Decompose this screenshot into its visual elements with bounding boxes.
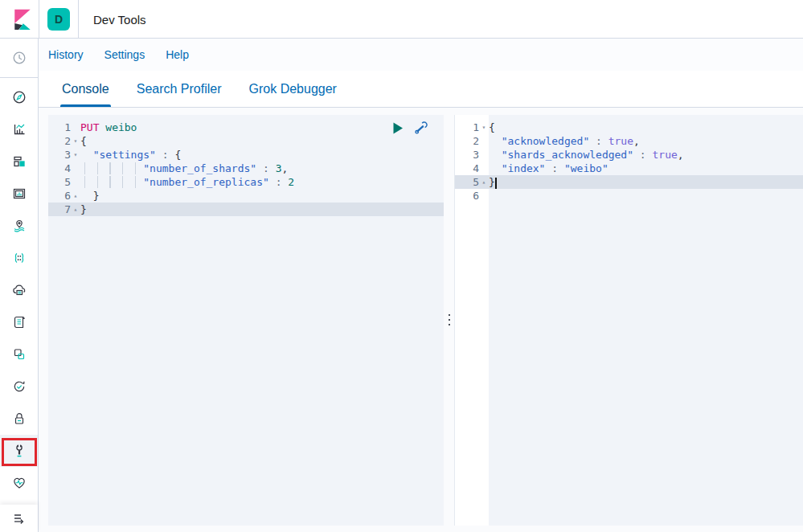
sidebar-item-dev-tools[interactable] bbox=[0, 435, 38, 467]
send-request-play-button[interactable] bbox=[391, 121, 405, 135]
fold-toggle-icon[interactable]: ▾ bbox=[71, 148, 80, 162]
text-cursor bbox=[495, 178, 497, 189]
line-number: 2 bbox=[455, 134, 479, 148]
code-line[interactable]: 6 bbox=[455, 189, 803, 203]
code-text: "number_of_replicas" : 2 bbox=[80, 175, 444, 189]
fold-toggle-icon[interactable]: ▴ bbox=[479, 175, 489, 189]
heartbeat-icon bbox=[12, 476, 27, 490]
line-number: 5 bbox=[455, 175, 479, 189]
menu-item-history[interactable]: History bbox=[48, 48, 84, 61]
sidebar-item-recent[interactable] bbox=[0, 42, 38, 74]
lock-icon bbox=[12, 411, 27, 426]
line-number: 1 bbox=[455, 121, 479, 134]
fold-toggle-icon[interactable]: ▾ bbox=[479, 121, 489, 134]
sidebar-item-apm[interactable] bbox=[0, 338, 38, 370]
kibana-logo[interactable] bbox=[12, 7, 33, 31]
code-line[interactable]: 1PUT weibo bbox=[48, 121, 444, 134]
console-menu-bar: History Settings Help bbox=[39, 39, 803, 71]
code-line[interactable]: 3 "shards_acknowledged" : true, bbox=[455, 148, 803, 162]
code-line[interactable]: 5 "number_of_replicas" : 2 bbox=[48, 175, 444, 189]
fold-toggle-icon[interactable]: ▾ bbox=[71, 134, 80, 148]
map-pin-icon bbox=[12, 219, 27, 233]
line-gutter: 3▾ bbox=[48, 148, 80, 162]
code-line[interactable]: 1▾{ bbox=[455, 121, 803, 134]
panel-resize-handle[interactable] bbox=[444, 108, 454, 532]
code-line[interactable]: 4 "index" : "weibo" bbox=[455, 162, 803, 175]
sidebar-item-logs[interactable] bbox=[0, 306, 38, 338]
tab-grok-debugger[interactable]: Grok Debugger bbox=[248, 71, 338, 107]
sidebar-item-canvas[interactable] bbox=[0, 178, 38, 210]
apm-layers-icon bbox=[12, 347, 27, 362]
code-text: "acknowledged" : true, bbox=[489, 134, 803, 148]
line-gutter: 5 bbox=[48, 175, 80, 189]
line-gutter: 5▴ bbox=[455, 175, 489, 189]
sidebar-item-machine-learning[interactable] bbox=[0, 242, 38, 274]
dashboard-icon bbox=[12, 154, 27, 169]
ml-braces-icon bbox=[12, 251, 27, 265]
fold-toggle-icon[interactable]: ▴ bbox=[71, 189, 80, 203]
line-number: 3 bbox=[48, 148, 71, 162]
sidebar-collapse-area[interactable] bbox=[0, 505, 38, 532]
console-workspace: 1PUT weibo2▾{3▾ "settings" : {4 "number_… bbox=[39, 108, 803, 532]
wrench-icon bbox=[12, 444, 27, 458]
menu-item-help[interactable]: Help bbox=[166, 48, 189, 61]
top-header: D Dev Tools bbox=[0, 0, 803, 39]
line-gutter: 4 bbox=[48, 162, 80, 175]
sidebar-item-discover[interactable] bbox=[0, 81, 38, 113]
uptime-check-icon bbox=[12, 379, 27, 394]
fold-toggle-icon[interactable]: ▴ bbox=[71, 203, 80, 216]
line-gutter: 2 bbox=[455, 134, 489, 148]
line-number: 5 bbox=[48, 175, 71, 189]
sidebar-item-siem[interactable] bbox=[0, 403, 38, 435]
sidebar-item-monitoring[interactable] bbox=[0, 467, 38, 499]
sidebar-item-uptime[interactable] bbox=[0, 370, 38, 403]
sidebar-item-dashboard[interactable] bbox=[0, 145, 38, 178]
request-options-wrench-icon[interactable] bbox=[413, 121, 428, 135]
line-gutter: 7▴ bbox=[48, 203, 80, 216]
sidebar-item-infrastructure[interactable] bbox=[0, 274, 38, 306]
line-number: 1 bbox=[48, 121, 71, 134]
bar-chart-icon bbox=[12, 122, 27, 137]
main-content: History Settings Help Console Search Pro… bbox=[39, 39, 803, 532]
code-text: "shards_acknowledged" : true, bbox=[489, 148, 803, 162]
menu-item-settings[interactable]: Settings bbox=[104, 48, 145, 61]
code-text: } bbox=[489, 175, 803, 189]
clock-icon bbox=[12, 51, 27, 65]
code-line[interactable]: 4 "number_of_shards" : 3, bbox=[48, 162, 444, 175]
line-number: 2 bbox=[48, 134, 71, 148]
code-text: { bbox=[80, 134, 444, 148]
line-gutter: 4 bbox=[455, 162, 489, 175]
code-line[interactable]: 5▴} bbox=[455, 175, 803, 189]
code-text: "settings" : { bbox=[80, 148, 444, 162]
code-line[interactable]: 7▴} bbox=[48, 203, 444, 216]
sidebar-item-visualize[interactable] bbox=[0, 113, 38, 145]
line-gutter: 6 bbox=[455, 189, 489, 203]
header-divider bbox=[39, 0, 39, 39]
code-line[interactable]: 2 "acknowledged" : true, bbox=[455, 134, 803, 148]
logs-scroll-icon bbox=[12, 315, 27, 329]
tab-search-profiler[interactable]: Search Profiler bbox=[135, 71, 223, 107]
code-text bbox=[489, 189, 803, 203]
sidebar-item-maps[interactable] bbox=[0, 210, 38, 242]
code-line[interactable]: 3▾ "settings" : { bbox=[48, 148, 444, 162]
cloud-server-icon bbox=[12, 283, 27, 297]
code-text: "number_of_shards" : 3, bbox=[80, 162, 444, 175]
response-viewer[interactable]: 1▾{2 "acknowledged" : true,3 "shards_ack… bbox=[454, 115, 803, 526]
collapse-menu-arrow-icon bbox=[12, 511, 27, 526]
header-divider bbox=[78, 0, 79, 39]
tab-console[interactable]: Console bbox=[60, 71, 111, 107]
request-editor[interactable]: 1PUT weibo2▾{3▾ "settings" : {4 "number_… bbox=[48, 115, 444, 526]
code-text: PUT weibo bbox=[80, 121, 444, 134]
code-text: } bbox=[80, 203, 444, 216]
canvas-frame-icon bbox=[12, 186, 27, 201]
line-number: 6 bbox=[48, 189, 71, 203]
request-editor-lines[interactable]: 1PUT weibo2▾{3▾ "settings" : {4 "number_… bbox=[48, 115, 444, 216]
code-text: "index" : "weibo" bbox=[489, 162, 803, 175]
request-actions bbox=[391, 121, 428, 135]
line-number: 7 bbox=[48, 203, 71, 216]
code-line[interactable]: 6▴ } bbox=[48, 189, 444, 203]
response-viewer-lines[interactable]: 1▾{2 "acknowledged" : true,3 "shards_ack… bbox=[455, 115, 803, 203]
page-title: Dev Tools bbox=[93, 0, 146, 39]
line-number: 6 bbox=[455, 189, 479, 203]
code-line[interactable]: 2▾{ bbox=[48, 134, 444, 148]
